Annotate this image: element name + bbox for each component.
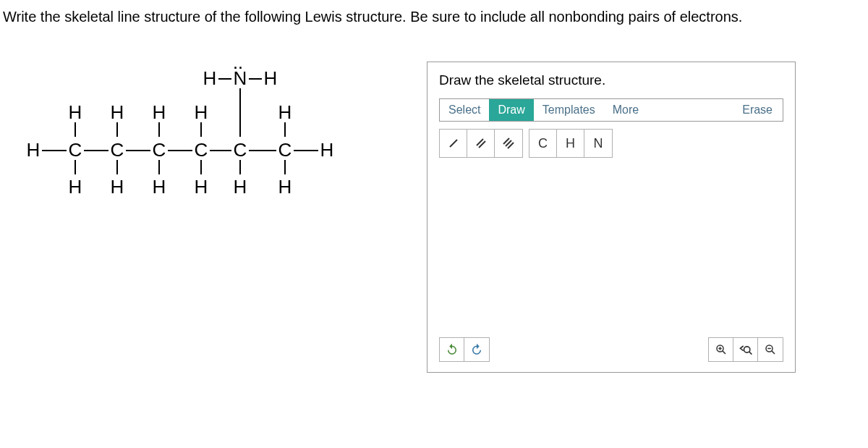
toolbar-tabs: Select Draw Templates More Erase	[439, 98, 783, 122]
draw-panel: Draw the skeletal structure. Select Draw…	[427, 62, 796, 373]
svg-line-0	[450, 140, 457, 147]
bond	[239, 160, 241, 174]
bond-tool-group	[439, 129, 523, 158]
bond	[116, 122, 118, 137]
atom-c: C	[67, 139, 84, 159]
tab-more[interactable]: More	[604, 99, 647, 121]
bottom-bar	[439, 337, 783, 362]
double-bond-icon	[475, 137, 488, 150]
atom-h: H	[262, 67, 279, 88]
bond	[249, 78, 262, 80]
question-text: Write the skeletal line structure of the…	[0, 0, 868, 25]
svg-line-11	[749, 352, 752, 355]
bond	[158, 122, 160, 137]
zoom-reset-button[interactable]	[733, 338, 758, 361]
atom-n: N	[231, 67, 249, 88]
redo-icon	[470, 343, 483, 356]
element-h-button[interactable]: H	[557, 130, 584, 157]
drawing-canvas[interactable]	[439, 165, 783, 337]
bond	[116, 160, 118, 174]
bond	[249, 150, 276, 151]
bond	[42, 150, 67, 151]
bond	[75, 160, 76, 174]
triple-bond-icon	[502, 137, 515, 150]
zoom-out-icon	[764, 343, 777, 356]
atom-h: H	[318, 139, 336, 159]
atom-h: H	[276, 101, 294, 122]
bond	[210, 150, 231, 151]
zoom-in-button[interactable]	[709, 338, 733, 361]
bond	[284, 160, 286, 174]
bond	[126, 150, 150, 151]
tab-spacer	[647, 99, 732, 121]
double-bond-button[interactable]	[467, 130, 495, 157]
bond	[294, 150, 318, 151]
redo-button[interactable]	[464, 338, 489, 361]
atom-h: H	[67, 101, 84, 122]
atom-h: H	[25, 139, 42, 159]
single-bond-icon	[447, 137, 460, 150]
atom-c: C	[150, 139, 168, 159]
bond	[200, 160, 202, 174]
bond	[168, 150, 192, 151]
triple-bond-button[interactable]	[495, 130, 522, 157]
element-n-button[interactable]: N	[584, 130, 612, 157]
zoom-in-icon	[715, 343, 728, 356]
bond	[75, 122, 76, 137]
atom-c: C	[231, 139, 249, 159]
atom-h: H	[192, 101, 210, 122]
tab-draw[interactable]: Draw	[489, 99, 533, 121]
draw-panel-title: Draw the skeletal structure.	[439, 72, 783, 88]
zoom-out-button[interactable]	[758, 338, 783, 361]
atom-h: H	[231, 176, 249, 196]
undo-button[interactable]	[440, 338, 464, 361]
tab-templates[interactable]: Templates	[534, 99, 604, 121]
atom-h: H	[192, 176, 210, 196]
atom-c: C	[276, 139, 294, 159]
atom-h: H	[201, 67, 218, 88]
atom-h: H	[276, 176, 294, 196]
content-area: .. H N H H H H H H H C C C C C C H	[0, 62, 868, 373]
tab-select[interactable]: Select	[440, 99, 489, 121]
bond	[158, 160, 160, 174]
history-group	[439, 337, 490, 362]
atom-h: H	[109, 101, 126, 122]
svg-line-7	[722, 351, 725, 354]
atom-h: H	[109, 176, 126, 196]
tab-erase[interactable]: Erase	[732, 99, 783, 121]
atom-c: C	[192, 139, 210, 159]
bond	[84, 150, 109, 151]
bond	[239, 88, 241, 137]
tool-row: C H N	[439, 129, 783, 158]
undo-icon	[446, 343, 459, 356]
atom-h: H	[150, 176, 168, 196]
atom-h: H	[150, 101, 168, 122]
bond	[218, 78, 231, 80]
lewis-structure: .. H N H H H H H H H C C C C C C H	[14, 62, 405, 264]
element-tool-group: C H N	[529, 129, 613, 158]
zoom-group	[708, 337, 783, 362]
single-bond-button[interactable]	[440, 130, 467, 157]
atom-h: H	[67, 176, 84, 196]
atom-c: C	[109, 139, 126, 159]
bond	[284, 122, 286, 137]
bond	[200, 122, 202, 137]
svg-line-13	[772, 351, 775, 354]
element-c-button[interactable]: C	[529, 130, 557, 157]
zoom-reset-icon	[739, 343, 753, 356]
